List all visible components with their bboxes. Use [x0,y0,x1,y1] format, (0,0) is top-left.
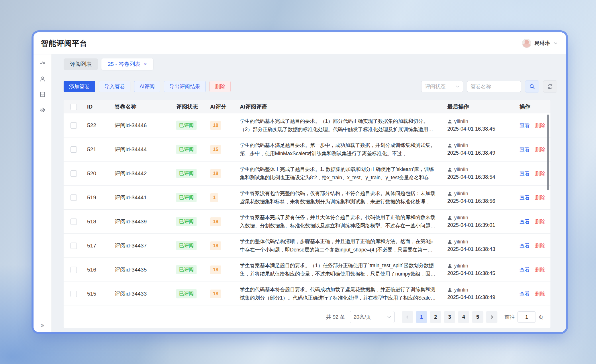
page-button-5[interactable]: 5 [472,311,483,323]
delete-link[interactable]: 删除 [535,122,545,129]
ai-comment: 学生的代码基本完成了题目的要求。（1）部分代码正确实现了数据集的加载和切分。（2… [236,117,444,134]
status-badge: 已评阅 [176,145,197,154]
avatar[interactable] [522,39,531,48]
row-name: 评阅id-34435 [111,266,173,274]
sidebar-item-settings[interactable] [34,102,51,117]
row-checkbox[interactable] [70,267,77,273]
row-checkbox[interactable] [70,194,77,201]
delete-button[interactable]: 删除 [209,81,231,92]
search-button[interactable] [525,80,539,93]
row-checkbox[interactable] [70,291,77,297]
delete-link[interactable]: 删除 [535,218,545,225]
table-header-row: ID 答卷名称 评阅状态 AI评分 AI评阅评语 最后操作 操作 [64,100,550,113]
status-badge: 已评阅 [176,265,197,274]
operator-name: yilinlin [454,215,468,221]
search-input[interactable] [467,81,521,92]
row-id: 522 [84,122,111,129]
person-icon [447,215,452,220]
view-link[interactable]: 查看 [519,218,530,225]
chevron-left-icon [405,315,410,319]
person-icon [447,119,452,124]
window-header: 智能评阅平台 易琳琳 [34,32,566,54]
page-button-4[interactable]: 4 [458,311,469,323]
sidebar-item-answer-sheets[interactable] [34,86,51,102]
row-id: 515 [84,291,111,297]
status-filter-select[interactable]: 评阅状态 [421,81,463,92]
operator-name: yilinlin [454,239,468,245]
row-checkbox[interactable] [70,146,77,153]
refresh-button[interactable] [543,80,557,93]
col-header-actions: 操作 [516,103,550,111]
delete-link[interactable]: 删除 [535,266,545,273]
table-row: 522 评阅id-34446 已评阅 18 学生的代码基本完成了题目的要求。（1… [64,113,550,137]
tab-review-list[interactable]: 评阅列表 [64,58,98,70]
export-results-button[interactable]: 导出评阅结果 [164,81,206,92]
row-name: 评阅id-34444 [111,146,173,153]
score-badge: 18 [210,217,221,226]
ai-comment: 学生的代码整体上完成了题目要求。1. 数据集的加载和划分正确使用了'sklear… [236,165,444,182]
row-name: 评阅id-34433 [111,290,173,298]
page-button-2[interactable]: 2 [430,311,441,323]
operation-time: 2025-04-01 16:38:43 [447,246,516,252]
delete-link[interactable]: 删除 [535,146,545,153]
select-all-checkbox[interactable] [70,104,77,110]
user-menu[interactable]: 易琳琳 [522,39,558,48]
delete-link[interactable]: 删除 [535,290,545,297]
ai-comment: 学生答案基本满足题目的要求。（1）任务部分正确使用了`train_test_sp… [236,261,444,278]
delete-link[interactable]: 删除 [535,242,545,249]
sidebar-item-users[interactable] [34,71,51,86]
delete-link[interactable]: 删除 [535,194,545,201]
view-link[interactable]: 查看 [519,266,530,273]
row-checkbox[interactable] [70,243,77,249]
vertical-scrollbar[interactable] [547,115,549,190]
page-title: 智能评阅平台 [41,38,87,48]
delete-link[interactable]: 删除 [535,170,545,177]
tab-answer-list[interactable]: 25 - 答卷列表 × [101,58,153,70]
row-name: 评阅id-34437 [111,242,173,249]
row-checkbox[interactable] [70,170,77,177]
col-header-status: 评阅状态 [173,103,207,111]
col-header-id: ID [84,104,111,110]
operation-time: 2025-04-01 16:39:01 [447,222,516,228]
score-badge: 18 [210,121,221,130]
ai-review-button[interactable]: AI评阅 [134,81,160,92]
view-link[interactable]: 查看 [519,242,530,249]
status-filter-placeholder: 评阅状态 [425,83,446,90]
next-page-button[interactable] [486,311,497,323]
operation-time: 2025-04-01 16:38:45 [447,270,516,276]
page-button-1[interactable]: 1 [416,311,427,323]
chevron-down-icon [387,315,391,319]
table-body: 522 评阅id-34446 已评阅 18 学生的代码基本完成了题目的要求。（1… [64,113,550,306]
view-link[interactable]: 查看 [519,146,530,153]
row-checkbox[interactable] [70,122,77,129]
operator-name: yilinlin [454,143,468,149]
page-button-3[interactable]: 3 [444,311,455,323]
import-answer-button[interactable]: 导入答卷 [99,81,130,92]
score-badge: 15 [210,145,221,154]
tab-close-icon[interactable]: × [144,62,147,67]
row-checkbox[interactable] [70,219,77,225]
row-name: 评阅id-34446 [111,122,173,129]
sidebar-item-review-list[interactable] [34,56,51,71]
add-answer-button[interactable]: 添加答卷 [64,81,95,92]
goto-label: 前往 [505,314,515,320]
ai-comment: 学生答案没有包含完整的代码，仅有部分结构，不符合题目要求。具体问题包括：未加载鸢… [236,189,444,206]
sidebar-expand-button[interactable]: » [34,322,51,329]
score-badge: 18 [210,290,221,298]
view-link[interactable]: 查看 [519,170,530,177]
table-row: 519 评阅id-34441 已评阅 1 学生答案没有包含完整的代码，仅有部分结… [64,186,550,210]
goto-page-input[interactable] [517,311,536,323]
view-link[interactable]: 查看 [519,290,530,297]
view-link[interactable]: 查看 [519,194,530,201]
prev-page-button[interactable] [402,311,413,323]
user-icon [39,76,46,82]
table-row: 518 评阅id-34439 已评阅 18 学生答案基本完成了所有任务，并且大体… [64,210,550,234]
page-size-select[interactable]: 20条/页 [350,311,395,323]
settings-icon [39,107,46,113]
app-window: 智能评阅平台 易琳琳 » [34,32,566,332]
table-row: 515 评阅id-34433 已评阅 18 学生的代码基本符合题目要求。代码成功… [64,282,550,306]
person-icon [447,143,452,148]
view-link[interactable]: 查看 [519,122,530,129]
chevron-right-icon [489,315,494,319]
page-unit-label: 页 [538,314,544,320]
